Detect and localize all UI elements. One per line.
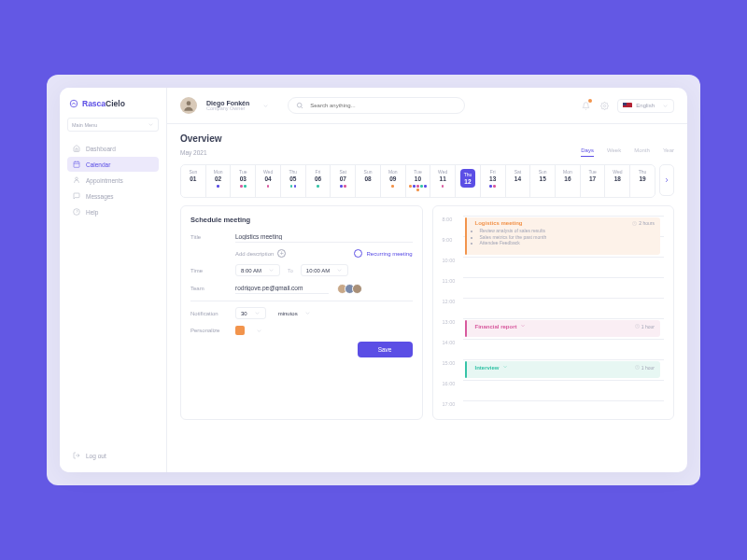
avatar[interactable]: [180, 97, 197, 114]
nav-icon: [73, 161, 80, 168]
day-12[interactable]: Thu12: [456, 165, 481, 197]
page-title: Overview: [180, 133, 674, 144]
day-07[interactable]: Sat07: [331, 165, 356, 197]
menu-selector[interactable]: Main Menu: [67, 118, 159, 132]
nav-icon: [73, 208, 80, 216]
sidebar: RascaCielo Main Menu DashboardCalendarAp…: [60, 88, 167, 472]
title-input[interactable]: [235, 231, 413, 243]
settings-button[interactable]: [599, 100, 610, 111]
month-label: May 2021: [180, 149, 207, 156]
svg-point-2: [76, 177, 78, 180]
time-label: 14:00: [443, 339, 463, 345]
save-button[interactable]: Save: [358, 342, 413, 357]
time-label: 13:00: [443, 318, 463, 325]
day-04[interactable]: Wed04: [256, 165, 281, 197]
nav-icon: [73, 176, 80, 184]
search-input[interactable]: [308, 102, 457, 109]
time-label: 15:00: [443, 359, 463, 366]
radio-icon: [354, 249, 362, 258]
range-tab-week[interactable]: Week: [607, 147, 621, 157]
svg-rect-1: [74, 161, 79, 167]
day-14[interactable]: Sat14: [506, 165, 531, 197]
range-tab-days[interactable]: Days: [581, 147, 594, 157]
add-description-label: Add description: [235, 251, 274, 257]
flag-us-icon: [623, 103, 632, 109]
recurring-toggle[interactable]: Recurring meeting: [354, 249, 412, 258]
menu-selector-label: Main Menu: [72, 122, 97, 128]
nav-label: Messages: [86, 193, 114, 200]
day-17[interactable]: Tue17: [581, 165, 606, 197]
day-15[interactable]: Sun15: [530, 165, 556, 197]
recurring-label: Recurring meeting: [366, 251, 412, 257]
chevron-down-icon: [254, 310, 261, 316]
svg-point-3: [74, 209, 80, 216]
day-11[interactable]: Wed11: [430, 165, 456, 197]
notification-unit-select[interactable]: minutos: [274, 308, 316, 318]
day-05[interactable]: Thu05: [281, 165, 306, 197]
day-01[interactable]: Sun01: [181, 165, 206, 197]
logout-icon: [73, 452, 80, 459]
sidebar-item-calendar[interactable]: Calendar: [67, 157, 159, 172]
nav-label: Calendar: [86, 161, 110, 168]
day-02[interactable]: Mon02: [206, 165, 232, 197]
brand-a: Rasca: [82, 99, 106, 108]
user-chevron-icon[interactable]: [262, 103, 269, 109]
nav-label: Dashboard: [86, 146, 116, 152]
range-tab-month[interactable]: Month: [634, 147, 650, 157]
event-interview[interactable]: Interview1 hour: [465, 361, 661, 378]
time-label: Time: [190, 268, 228, 273]
team-label: Team: [190, 286, 228, 291]
sidebar-item-messages[interactable]: Messages: [67, 189, 159, 203]
app-window: RascaCielo Main Menu DashboardCalendarAp…: [60, 88, 687, 472]
color-swatch[interactable]: [235, 326, 245, 335]
event-logistics-meeting[interactable]: Logistics meeting2 hoursReview analysis …: [465, 217, 661, 255]
notification-label: Notification: [190, 311, 228, 316]
sidebar-item-help[interactable]: Help: [67, 204, 159, 219]
chevron-down-icon: [148, 121, 154, 128]
language-label: English: [636, 103, 655, 108]
chevron-down-icon[interactable]: [256, 328, 262, 334]
logout-label: Log out: [86, 453, 106, 459]
svg-point-5: [298, 103, 303, 107]
day-10[interactable]: Tue10: [406, 165, 431, 197]
nav-label: Appointments: [86, 177, 123, 184]
content: Overview May 2021 DaysWeekMonthYear Sun0…: [167, 124, 687, 472]
logout-button[interactable]: Log out: [67, 448, 159, 463]
time-label: 10:00: [443, 257, 463, 263]
language-selector[interactable]: English: [617, 99, 674, 113]
chevron-down-icon: [304, 310, 311, 316]
main-area: Diego Fonkén Company Owner English: [167, 88, 687, 472]
team-input[interactable]: [235, 283, 329, 294]
day-08[interactable]: Sun08: [356, 165, 381, 197]
to-label: To: [288, 268, 293, 273]
time-label: 9:00: [443, 236, 463, 243]
svg-point-6: [603, 105, 605, 106]
day-09[interactable]: Mon09: [381, 165, 406, 197]
notifications-button[interactable]: [580, 100, 591, 111]
time-from-select[interactable]: 8:00 AM: [235, 264, 280, 276]
nav-label: Help: [86, 209, 98, 216]
nav-icon: [73, 192, 80, 200]
day-06[interactable]: Fri06: [306, 165, 331, 197]
time-to-select[interactable]: 10:00 AM: [301, 264, 348, 276]
day-13[interactable]: Fri13: [481, 165, 506, 197]
sidebar-item-appointments[interactable]: Appointments: [67, 173, 159, 188]
day-03[interactable]: Tue03: [231, 165, 256, 197]
day-19[interactable]: Thu19: [630, 165, 655, 197]
search-box[interactable]: [288, 97, 465, 114]
event-financial-report[interactable]: Financial report1 hour: [465, 320, 661, 337]
brand-logo: RascaCielo: [67, 99, 159, 118]
nav-icon: [73, 145, 80, 152]
bell-icon: [582, 102, 590, 110]
range-tab-year[interactable]: Year: [663, 147, 674, 157]
topbar: Diego Fonkén Company Owner English: [167, 88, 687, 124]
day-18[interactable]: Wed18: [605, 165, 630, 197]
chevron-down-icon: [502, 364, 508, 370]
next-days-button[interactable]: [659, 164, 674, 196]
sidebar-item-dashboard[interactable]: Dashboard: [67, 141, 159, 156]
add-description-button[interactable]: Add description +: [235, 249, 286, 258]
notification-value-select[interactable]: 30: [235, 307, 266, 319]
time-label: 11:00: [443, 277, 463, 284]
day-16[interactable]: Mon16: [556, 165, 581, 197]
team-avatars: [340, 284, 362, 294]
